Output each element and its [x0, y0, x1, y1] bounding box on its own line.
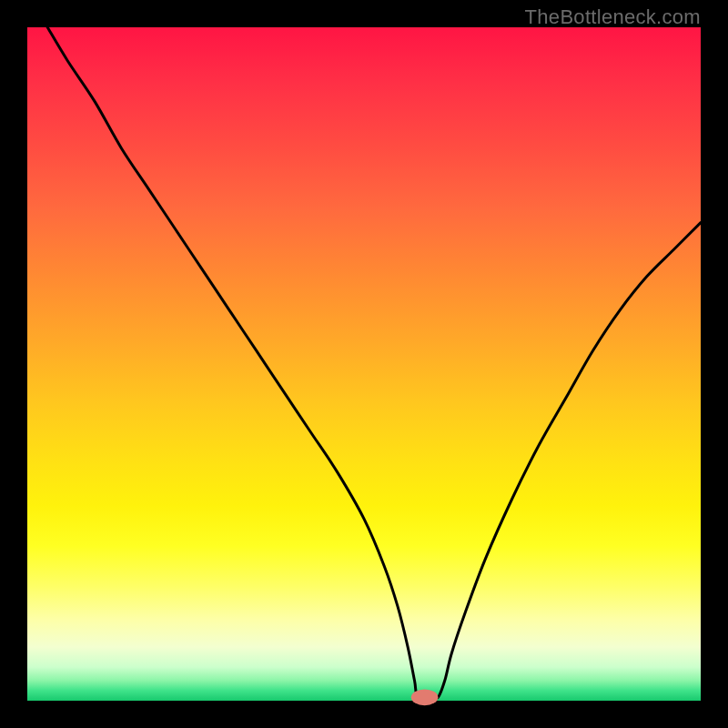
watermark-text: TheBottleneck.com [525, 5, 701, 29]
plot-svg [27, 27, 701, 701]
bottleneck-curve [47, 27, 701, 699]
outer-frame: TheBottleneck.com [0, 0, 728, 728]
minimum-marker [411, 689, 439, 705]
plot-area [27, 27, 701, 701]
